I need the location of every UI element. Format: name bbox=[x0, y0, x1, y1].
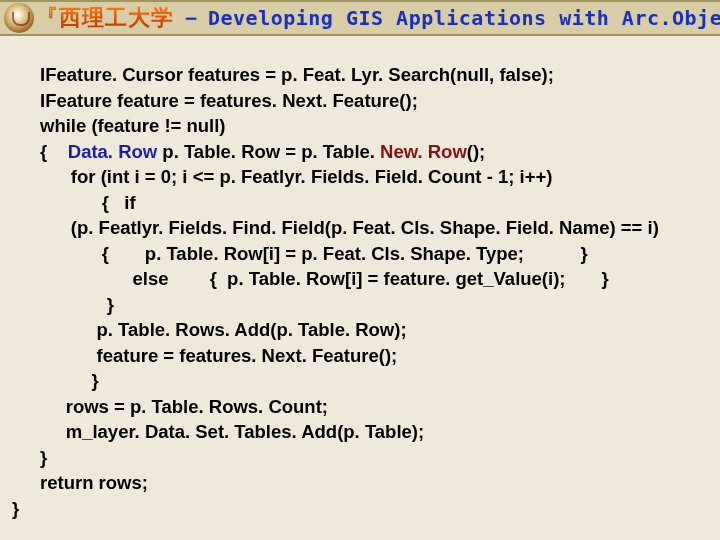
code-line-4: { Data. Row p. Table. Row = p. Table. Ne… bbox=[40, 141, 485, 162]
code-line-3: while (feature != null) bbox=[40, 115, 226, 136]
institution-name: 『西理工大学 bbox=[36, 3, 174, 33]
code-line-1: IFeature. Cursor features = p. Feat. Lyr… bbox=[40, 64, 554, 85]
code-line-6: { if bbox=[40, 192, 136, 213]
code-line-10: } bbox=[40, 294, 114, 315]
code-line-16: } bbox=[40, 447, 47, 468]
code-line-17: return rows; bbox=[40, 472, 148, 493]
course-title: Developing GIS Applications with Arc.Obj… bbox=[208, 6, 720, 30]
code-line-end: } bbox=[12, 498, 19, 519]
separator-dash: － bbox=[174, 3, 208, 33]
code-block: IFeature. Cursor features = p. Feat. Lyr… bbox=[0, 36, 720, 521]
slide-header: 『西理工大学 － Developing GIS Applications wit… bbox=[0, 0, 720, 36]
code-line-5: for (int i = 0; i <= p. Featlyr. Fields.… bbox=[40, 166, 552, 187]
code-line-8: { p. Table. Row[i] = p. Feat. Cls. Shape… bbox=[40, 243, 588, 264]
university-logo-icon bbox=[4, 3, 34, 33]
code-line-9: else { p. Table. Row[i] = feature. get_V… bbox=[40, 268, 609, 289]
code-line-11: p. Table. Rows. Add(p. Table. Row); bbox=[40, 319, 407, 340]
code-line-2: IFeature feature = features. Next. Featu… bbox=[40, 90, 418, 111]
code-line-7: (p. Featlyr. Fields. Find. Field(p. Feat… bbox=[40, 217, 659, 238]
code-line-15: m_layer. Data. Set. Tables. Add(p. Table… bbox=[40, 421, 424, 442]
code-line-12: feature = features. Next. Feature(); bbox=[40, 345, 397, 366]
code-line-13: } bbox=[40, 370, 99, 391]
code-line-14: rows = p. Table. Rows. Count; bbox=[40, 396, 328, 417]
